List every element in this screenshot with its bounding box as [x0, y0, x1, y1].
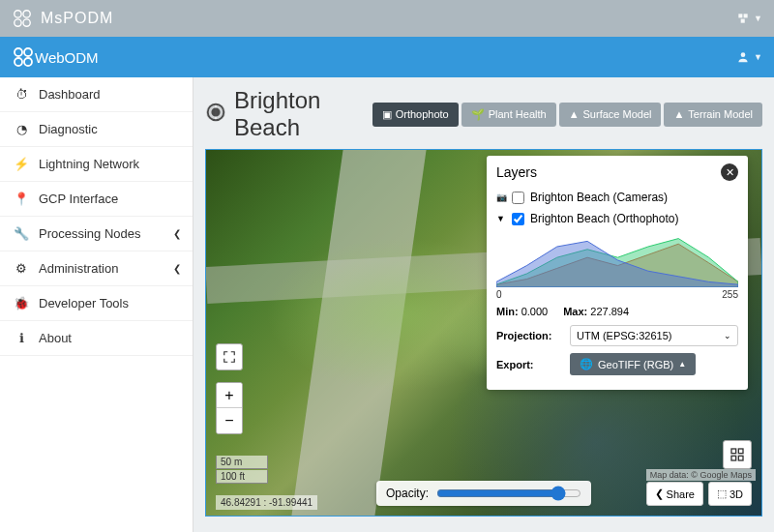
layers-panel: Layers ✕ 📷 Brighton Beach (Cameras) ▼ Br…: [487, 156, 748, 390]
logo-icon: [12, 8, 33, 29]
sidebar-item-devtools[interactable]: 🐞Developer Tools: [0, 286, 193, 321]
chevron-left-icon: ❮: [173, 228, 181, 239]
sidebar-item-diagnostic[interactable]: ◔Diagnostic: [0, 112, 193, 147]
bolt-icon: ⚡: [12, 157, 31, 171]
opacity-slider[interactable]: [436, 486, 581, 501]
sidebar-item-processing[interactable]: 🔧Processing Nodes❮: [0, 217, 193, 251]
opacity-label: Opacity:: [386, 487, 429, 500]
sidebar-item-gcp[interactable]: 📍GCP Interface: [0, 182, 193, 217]
page-title: Brighton Beach: [234, 87, 370, 141]
surface-icon: ▲: [569, 108, 580, 120]
outer-topbar: MsPODM ▼: [0, 0, 774, 37]
opacity-control: Opacity:: [376, 481, 591, 506]
scale-imperial: 100 ft: [216, 470, 268, 484]
pin-icon: 📍: [12, 192, 31, 206]
minmax-row: Min: 0.000 Max: 227.894: [496, 306, 738, 317]
sidebar-item-label: Processing Nodes: [39, 226, 141, 241]
tab-orthophoto[interactable]: ▣Orthophoto: [372, 103, 459, 127]
scale-bar: 50 m 100 ft: [216, 456, 268, 485]
share-button[interactable]: ❮Share: [646, 482, 703, 506]
wrench-icon: 🔧: [12, 226, 31, 241]
share-icon: ❮: [655, 488, 664, 500]
svg-rect-14: [731, 456, 736, 460]
terrain-icon: ▲: [673, 108, 684, 120]
svg-rect-4: [738, 14, 742, 17]
globe-icon: [205, 102, 226, 127]
hist-max: 255: [722, 289, 738, 300]
sidebar-item-label: Lightning Network: [39, 157, 139, 171]
gauge-icon: ⏱: [12, 87, 31, 102]
view-3d-button[interactable]: ⬚3D: [708, 482, 752, 506]
basemap-switch-button[interactable]: [723, 440, 752, 469]
svg-point-0: [15, 11, 21, 17]
caret-up-icon: ▲: [678, 360, 686, 369]
zoom-control: + −: [216, 382, 243, 434]
content: Brighton Beach ▣Orthophoto 🌱Plant Health…: [194, 77, 774, 532]
svg-rect-12: [731, 449, 736, 454]
image-icon: ▣: [382, 108, 392, 121]
sidebar-item-lightning[interactable]: ⚡Lightning Network: [0, 147, 193, 182]
layer-row-cameras[interactable]: 📷 Brighton Beach (Cameras): [496, 187, 738, 208]
svg-rect-5: [744, 14, 748, 17]
layer-checkbox[interactable]: [512, 213, 524, 225]
user-menu[interactable]: ▼: [736, 50, 762, 64]
svg-point-8: [24, 48, 32, 56]
gear-icon: ⚙: [12, 261, 31, 276]
max-value: 227.894: [590, 306, 629, 317]
export-button[interactable]: 🌐 GeoTIFF (RGB) ▲: [570, 353, 696, 375]
svg-point-9: [15, 58, 22, 66]
zoom-in-button[interactable]: +: [217, 383, 242, 408]
tab-surface-model[interactable]: ▲Surface Model: [559, 103, 662, 127]
close-icon[interactable]: ✕: [721, 163, 738, 181]
layer-row-orthophoto[interactable]: ▼ Brighton Beach (Orthophoto): [496, 208, 738, 229]
svg-point-3: [23, 19, 30, 26]
bug-icon: 🐞: [12, 296, 31, 310]
sidebar-item-label: GCP Interface: [39, 192, 118, 206]
sidebar-item-dashboard[interactable]: ⏱Dashboard: [0, 77, 193, 112]
chevron-down-icon: ⌄: [724, 331, 731, 340]
sidebar-item-label: About: [39, 331, 72, 345]
fullscreen-button[interactable]: [216, 343, 243, 370]
outer-brand: MsPODM: [41, 10, 113, 27]
hist-min: 0: [496, 289, 502, 300]
sidebar-item-admin[interactable]: ⚙Administration❮: [0, 251, 193, 286]
pie-icon: ◔: [12, 122, 31, 136]
camera-icon: 📷: [496, 192, 506, 202]
scale-metric: 50 m: [216, 456, 268, 469]
globe-icon: 🌐: [580, 358, 593, 370]
tab-terrain-model[interactable]: ▲Terrain Model: [664, 103, 762, 127]
outer-user-menu[interactable]: ▼: [736, 12, 762, 25]
sidebar: ⏱Dashboard ◔Diagnostic ⚡Lightning Networ…: [0, 77, 194, 532]
cube-icon: ⬚: [717, 488, 727, 500]
histogram-chart: [496, 233, 738, 287]
export-label: Export:: [496, 359, 562, 370]
app-brand: WebODM: [35, 49, 99, 66]
sidebar-item-label: Diagnostic: [39, 122, 98, 136]
view-tabs: ▣Orthophoto 🌱Plant Health ▲Surface Model…: [370, 103, 762, 127]
chevron-left-icon: ❮: [173, 263, 181, 274]
svg-point-10: [24, 58, 32, 66]
sidebar-item-label: Administration: [39, 261, 118, 276]
svg-rect-6: [741, 19, 745, 23]
sidebar-item-about[interactable]: ℹAbout: [0, 321, 193, 356]
titlebar: Brighton Beach ▣Orthophoto 🌱Plant Health…: [205, 87, 762, 141]
sidebar-item-label: Developer Tools: [39, 296, 129, 310]
map-attribution: Map data: © Google Maps: [646, 469, 756, 481]
projection-select[interactable]: UTM (EPSG:32615) ⌄: [570, 325, 738, 346]
seedling-icon: 🌱: [471, 108, 485, 121]
map-canvas[interactable]: + − 50 m 100 ft 46.84291 : -91.99441 Opa…: [205, 149, 762, 517]
projection-label: Projection:: [496, 330, 562, 341]
layer-checkbox[interactable]: [512, 192, 524, 204]
svg-point-7: [15, 48, 22, 56]
svg-rect-13: [738, 449, 743, 454]
chevron-down-icon[interactable]: ▼: [496, 214, 506, 223]
svg-rect-15: [738, 456, 743, 460]
min-value: 0.000: [521, 306, 549, 317]
tab-plant-health[interactable]: 🌱Plant Health: [461, 103, 556, 127]
svg-point-2: [15, 19, 21, 26]
layer-label: Brighton Beach (Cameras): [530, 191, 668, 204]
layers-title: Layers: [496, 164, 721, 180]
zoom-out-button[interactable]: −: [217, 408, 242, 433]
svg-point-1: [23, 11, 30, 17]
sidebar-item-label: Dashboard: [39, 87, 101, 102]
